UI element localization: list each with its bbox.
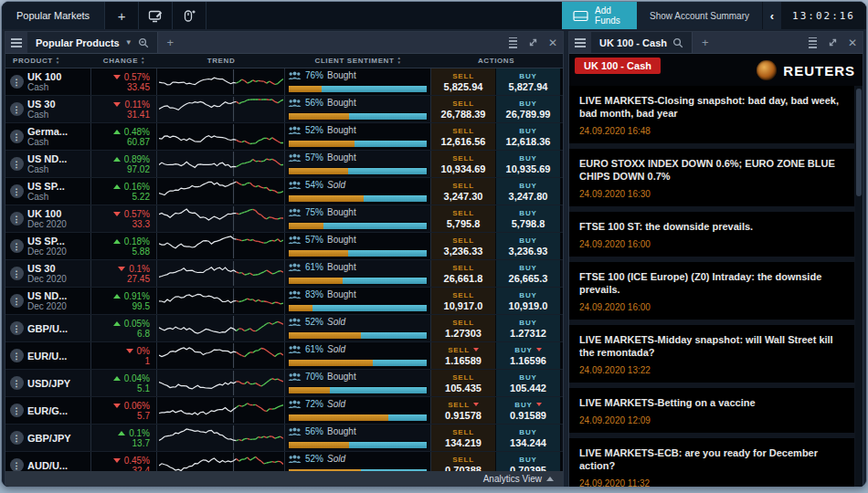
buy-button[interactable]: BUY 10,919.0 <box>496 288 561 314</box>
product-cell[interactable]: US 30 Dec 2020 <box>27 260 91 287</box>
product-cell[interactable]: US 30 Cash <box>27 96 91 122</box>
sell-button[interactable]: SELL 10,917.0 <box>431 288 496 314</box>
news-item[interactable]: LIVE MARKETS-Closing snapshot: bad day, … <box>569 86 854 143</box>
product-cell[interactable]: US SP... Dec 2020 <box>27 233 91 259</box>
sell-button[interactable]: SELL 105.435 <box>431 370 496 396</box>
search-icon[interactable] <box>138 37 149 48</box>
sell-button[interactable]: SELL 5,795.8 <box>431 205 496 232</box>
buy-button[interactable]: BUY 10,935.69 <box>496 151 561 177</box>
news-scrollbar-thumb[interactable] <box>856 89 862 196</box>
collapse-chevron-icon[interactable]: ‹ <box>762 2 781 29</box>
product-cell[interactable]: UK 100 Cash <box>27 68 91 95</box>
news-item[interactable]: FTSE 100 (ICE Europe) (Z0) Intraday: the… <box>569 262 854 320</box>
product-info-button[interactable]: ⋮ <box>5 315 27 341</box>
product-info-button[interactable]: ⋮ <box>5 425 27 451</box>
watchlist-row[interactable]: ⋮ US ND... Cash 0.89% 97.02 57% Bought S… <box>5 151 563 178</box>
expand-panel-button[interactable] <box>523 32 543 53</box>
workspace-tab-popular-markets[interactable]: Popular Markets <box>2 2 105 29</box>
buy-button[interactable]: BUY 5,798.8 <box>496 205 561 232</box>
layout-list-button[interactable] <box>802 32 822 53</box>
sell-button[interactable]: SELL 5,825.94 <box>431 68 496 95</box>
watchlist-row[interactable]: ⋮ GBP/U... 0.05% 6.8 52% Sold SELL 1.273… <box>5 315 563 342</box>
product-cell[interactable]: US ND... Dec 2020 <box>27 288 91 314</box>
product-info-button[interactable]: ⋮ <box>5 342 27 369</box>
watchlist-row[interactable]: ⋮ Germa... Cash 0.48% 60.87 52% Bought S… <box>5 123 563 151</box>
expand-panel-button[interactable] <box>822 32 842 53</box>
sell-button[interactable]: SELL 26,661.8 <box>431 260 496 287</box>
analytics-view-toggle[interactable]: Analytics View <box>5 471 563 487</box>
sell-button[interactable]: SELL 3,247.30 <box>431 178 496 205</box>
watchlist-row[interactable]: ⋮ EUR/U... 0% 1 61% Sold SELL 1.16589 BU… <box>5 342 563 370</box>
layout-list-button[interactable] <box>503 32 523 53</box>
product-cell[interactable]: US SP... Cash <box>27 178 91 205</box>
news-tab[interactable]: UK 100 - Cash <box>591 32 693 53</box>
watchlist-row[interactable]: ⋮ GBP/JPY 0.1% 13.7 56% Bought SELL 134.… <box>5 425 563 452</box>
buy-button[interactable]: BUY 26,665.3 <box>496 260 561 287</box>
watchlist-row[interactable]: ⋮ US ND... Dec 2020 0.91% 99.5 83% Bough… <box>5 288 563 315</box>
product-cell[interactable]: EUR/U... <box>27 342 91 369</box>
watchlist-menu-button[interactable] <box>5 32 27 53</box>
column-header-trend[interactable]: TREND <box>157 54 285 68</box>
buy-button[interactable]: BUY 0.91589 <box>496 397 561 424</box>
watchlist-row[interactable]: ⋮ US SP... Dec 2020 0.18% 5.88 57% Bough… <box>5 233 563 260</box>
watchlist-tab[interactable]: Popular Products ▼ <box>27 32 158 53</box>
product-cell[interactable]: EUR/G... <box>27 397 91 424</box>
buy-button[interactable]: BUY 1.16596 <box>496 342 561 369</box>
product-info-button[interactable]: ⋮ <box>5 68 27 95</box>
buy-button[interactable]: BUY 12,618.36 <box>496 123 561 150</box>
add-workspace-button[interactable]: + <box>105 2 139 29</box>
buy-button[interactable]: BUY 1.27312 <box>496 315 561 341</box>
watchlist-row[interactable]: ⋮ US 30 Dec 2020 0.1% 27.45 61% Bought S… <box>5 260 563 288</box>
product-cell[interactable]: Germa... Cash <box>27 123 91 150</box>
buy-button[interactable]: BUY 134.244 <box>496 425 561 451</box>
add-news-tab-button[interactable]: + <box>693 32 718 53</box>
product-info-button[interactable]: ⋮ <box>5 288 27 314</box>
sell-button[interactable]: SELL 12,616.56 <box>431 123 496 150</box>
product-cell[interactable]: GBP/JPY <box>27 425 91 451</box>
add-funds-button[interactable]: Add Funds <box>562 2 637 29</box>
product-info-button[interactable]: ⋮ <box>5 123 27 150</box>
product-cell[interactable]: UK 100 Dec 2020 <box>27 205 91 232</box>
column-header-sentiment[interactable]: CLIENT SENTIMENT▲▼ <box>285 54 431 68</box>
news-item[interactable]: FTSE 100 ST: the downside prevails. 24.0… <box>569 212 854 257</box>
sell-button[interactable]: SELL 0.91578 <box>431 397 496 424</box>
edit-workspace-button[interactable] <box>139 2 173 29</box>
close-panel-button[interactable]: ✕ <box>543 32 563 53</box>
watchlist-row[interactable]: ⋮ EUR/G... 0.06% 5.7 72% Sold SELL 0.915… <box>5 397 563 425</box>
buy-button[interactable]: BUY 105.442 <box>496 370 561 396</box>
sell-button[interactable]: SELL 134.219 <box>431 425 496 451</box>
product-cell[interactable]: US ND... Cash <box>27 151 91 177</box>
watchlist-row[interactable]: ⋮ UK 100 Cash 0.57% 33.45 76% Bought SEL… <box>5 68 563 96</box>
watchlist-row[interactable]: ⋮ US SP... Cash 0.16% 5.22 54% Sold SELL… <box>5 178 563 205</box>
news-item[interactable]: LIVE MARKETS-Midday snapshot: will Wall … <box>569 325 854 383</box>
sell-button[interactable]: SELL 26,788.39 <box>431 96 496 122</box>
news-item[interactable]: LIVE MARKETS-Betting on a vaccine 24.09.… <box>569 388 854 433</box>
sell-button[interactable]: SELL 10,934.69 <box>431 151 496 177</box>
buy-button[interactable]: BUY 5,827.94 <box>496 68 561 95</box>
news-item[interactable]: LIVE MARKETS-ECB: are you ready for Dece… <box>569 438 854 487</box>
buy-button[interactable]: BUY 3,247.80 <box>496 178 561 205</box>
watchlist-row[interactable]: ⋮ UK 100 Dec 2020 0.57% 33.3 75% Bought … <box>5 205 563 233</box>
news-scrollbar-track[interactable] <box>855 86 863 487</box>
buy-button[interactable]: BUY 3,236.93 <box>496 233 561 259</box>
column-header-change[interactable]: CHANGE▲▼ <box>91 54 157 68</box>
mouse-settings-button[interactable] <box>173 2 206 29</box>
product-cell[interactable]: GBP/U... <box>27 315 91 341</box>
sell-button[interactable]: SELL 1.27303 <box>431 315 496 341</box>
product-cell[interactable]: USD/JPY <box>27 370 91 396</box>
product-info-button[interactable]: ⋮ <box>5 96 27 122</box>
product-info-button[interactable]: ⋮ <box>5 151 27 177</box>
close-panel-button[interactable]: ✕ <box>842 32 863 53</box>
product-info-button[interactable]: ⋮ <box>5 370 27 396</box>
watchlist-row[interactable]: ⋮ US 30 Cash 0.11% 31.41 56% Bought SELL… <box>5 96 563 123</box>
search-icon[interactable] <box>672 37 683 48</box>
sell-button[interactable]: SELL 3,236.33 <box>431 233 496 259</box>
news-menu-button[interactable] <box>569 32 591 53</box>
product-info-button[interactable]: ⋮ <box>5 205 27 232</box>
product-info-button[interactable]: ⋮ <box>5 260 27 287</box>
product-info-button[interactable]: ⋮ <box>5 178 27 205</box>
buy-button[interactable]: BUY 26,789.99 <box>496 96 561 122</box>
news-item[interactable]: EURO STOXX INDEX DOWN 0.6%; EURO ZONE BL… <box>569 149 854 206</box>
watchlist-row[interactable]: ⋮ USD/JPY 0.04% 5.1 70% Bought SELL 105.… <box>5 370 563 397</box>
column-header-product[interactable]: PRODUCT▲▼ <box>5 54 91 68</box>
